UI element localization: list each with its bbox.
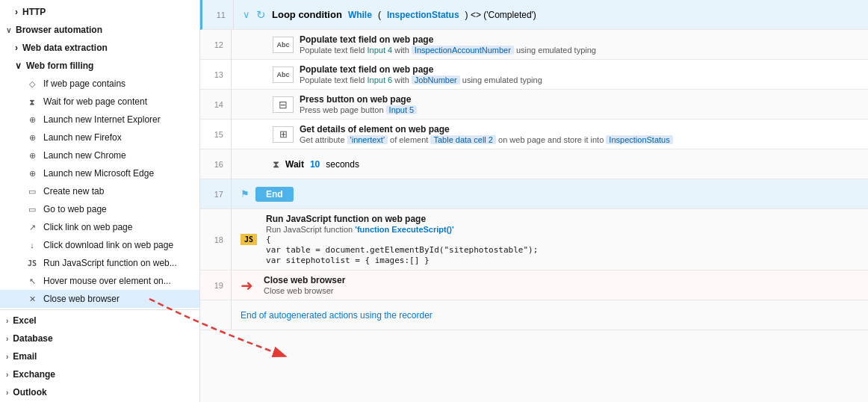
- action-icon-12: Abc: [273, 37, 294, 53]
- end-flag-icon: ⚑: [241, 188, 249, 200]
- sidebar-item-database[interactable]: › Database: [0, 330, 199, 347]
- loop-label: Loop condition: [272, 9, 342, 20]
- line-content-19-close: ➜ Close web browser Close web browser: [232, 270, 868, 300]
- red-arrow-icon: ➜: [241, 276, 253, 294]
- js-func-name: 'function ExecuteScript()': [355, 225, 453, 234]
- sidebar-item-http[interactable]: › HTTP: [0, 3, 199, 21]
- action-title-12: Populate text field on web page: [300, 34, 596, 45]
- sidebar-label-http: HTTP: [22, 7, 46, 17]
- action-title-18: Run JavaScript function on web page: [266, 214, 538, 224]
- sidebar-item-browser-automation[interactable]: ∨ Browser automation: [0, 21, 199, 39]
- action-desc-15: Get attribute 'innertext' of element Tab…: [300, 135, 673, 144]
- js-code-1: {: [266, 235, 538, 244]
- sidebar-label-email: Email: [13, 351, 37, 362]
- sidebar-item-launch-firefox[interactable]: ⊕ Launch new Firefox: [0, 129, 199, 146]
- chip-jobnumber: JobNumber: [412, 75, 460, 84]
- action-desc-12: Populate text field Input 4 with Inspect…: [300, 46, 596, 55]
- sidebar-label-database: Database: [13, 333, 52, 344]
- sidebar-item-launch-edge[interactable]: ⊕ Launch new Microsoft Edge: [0, 164, 199, 182]
- flow-line-18: 18 JS Run JavaScript function on web pag…: [200, 209, 868, 270]
- if-icon: ◇: [27, 79, 37, 89]
- sidebar-item-click-download[interactable]: ↓ Click download link on web page: [0, 236, 199, 254]
- sidebar-label-exchange: Exchange: [13, 369, 55, 380]
- chip-inspection-status: InspectionStatus: [606, 135, 672, 144]
- download-icon: ↓: [27, 241, 37, 250]
- click-link-icon: ↗: [27, 223, 37, 232]
- wait-hourglass-icon: ⧗: [273, 158, 279, 170]
- line-num-17: 17: [200, 179, 232, 208]
- end-badge: End: [255, 187, 294, 202]
- line-num-15: 15: [200, 120, 232, 149]
- sidebar-label-launch-ie: Launch new Internet Explorer: [43, 114, 161, 125]
- collapse-arrow-web-data: ›: [15, 43, 18, 53]
- sidebar-item-launch-chrome[interactable]: ⊕ Launch new Chrome: [0, 146, 199, 164]
- chip-input5: Input 5: [386, 105, 418, 114]
- action-title-13: Populate text field on web page: [300, 64, 542, 75]
- chip-inspection-account: InspectionAccountNumber: [412, 46, 514, 55]
- collapse-arrow-exchange: ›: [6, 371, 8, 379]
- sidebar-item-hover-mouse[interactable]: ↖ Hover mouse over element on...: [0, 272, 199, 290]
- loop-collapse-arrow[interactable]: ∨: [243, 9, 250, 20]
- action-icon-14: ⊟: [273, 96, 294, 113]
- sidebar-item-exchange[interactable]: › Exchange: [0, 365, 199, 383]
- sidebar-item-create-tab[interactable]: ▭ Create new tab: [0, 182, 199, 200]
- action-block-15: Get details of element on web page Get a…: [300, 124, 673, 144]
- flow-line-14: 14 ⊟ Press button on web page Press web …: [200, 90, 868, 120]
- line-num-16: 16: [200, 149, 232, 179]
- sidebar-item-click-link[interactable]: ↗ Click link on web page: [0, 218, 199, 236]
- chip-innertext: 'innertext': [347, 135, 388, 144]
- sidebar-item-outlook[interactable]: › Outlook: [0, 383, 199, 401]
- flow-line-13: 13 Abc Populate text field on web page P…: [200, 60, 868, 90]
- flow-line-19-close: 19 ➜ Close web browser Close web browser: [200, 270, 868, 300]
- flow-line-11: 11 ∨ ↻ Loop condition While ( Inspection…: [200, 0, 868, 30]
- sidebar-item-email[interactable]: › Email: [0, 347, 199, 365]
- action-block-13: Populate text field on web page Populate…: [300, 64, 542, 84]
- sidebar-label-launch-edge: Launch new Microsoft Edge: [43, 168, 154, 179]
- chip-table-cell: Table data cell 2: [430, 135, 496, 144]
- action-title-19-close: Close web browser: [264, 275, 345, 285]
- sidebar-item-close-browser[interactable]: ✕ Close web browser: [0, 290, 199, 308]
- sidebar-label-go-to-web-page: Go to web page: [43, 204, 107, 214]
- sidebar-item-run-js[interactable]: JS Run JavaScript function on web...: [0, 254, 199, 272]
- wait-icon: ⧗: [27, 97, 37, 107]
- action-desc-14: Press web page button Input 5: [300, 105, 417, 114]
- js-code-2: var table = document.getElementById("sit…: [266, 245, 538, 255]
- js-badge: JS: [241, 234, 257, 245]
- wait-seconds: 10: [310, 159, 320, 170]
- sidebar-label-wait-web-page: Wait for web page content: [43, 96, 147, 107]
- collapse-arrow-browser: ∨: [6, 26, 11, 34]
- collapse-arrow-http: ›: [15, 7, 18, 17]
- sidebar-item-if-web-page[interactable]: ◇ If web page contains: [0, 75, 199, 93]
- sidebar-item-launch-ie[interactable]: ⊕ Launch new Internet Explorer: [0, 111, 199, 129]
- loop-while-kw: While: [348, 10, 372, 20]
- sidebar-item-excel[interactable]: › Excel: [0, 312, 199, 330]
- loop-operator: ) <> ('Completed'): [465, 10, 536, 20]
- line-content-19-note: End of autogenerated actions using the r…: [232, 300, 868, 330]
- edge-icon: ⊕: [27, 169, 37, 179]
- sidebar-item-web-data-extraction[interactable]: › Web data extraction: [0, 39, 199, 57]
- line-content-12: Abc Populate text field on web page Popu…: [232, 30, 868, 59]
- sidebar-item-go-to-web-page[interactable]: ▭ Go to web page: [0, 200, 199, 218]
- sidebar-label-hover-mouse: Hover mouse over element on...: [43, 276, 171, 286]
- action-icon-15: ⊞: [273, 126, 294, 143]
- line-num-11: 11: [202, 0, 234, 29]
- sidebar-item-wait-web-page[interactable]: ⧗ Wait for web page content: [0, 93, 199, 111]
- tab-icon: ▭: [27, 187, 37, 197]
- action-title-15: Get details of element on web page: [300, 124, 673, 134]
- line-content-13: Abc Populate text field on web page Popu…: [232, 60, 868, 89]
- line-content-18: JS Run JavaScript function on web page R…: [232, 209, 868, 270]
- flow-line-15: 15 ⊞ Get details of element on web page …: [200, 120, 868, 149]
- wait-unit: seconds: [326, 159, 359, 170]
- sidebar-item-web-form-filling[interactable]: ∨ Web form filling: [0, 57, 199, 75]
- flow-line-17: 17 ⚑ End: [200, 179, 868, 209]
- action-block-14: Press button on web page Press web page …: [300, 94, 417, 114]
- loop-open-paren: (: [378, 10, 381, 20]
- flow-line-16: 16 ⧗ Wait 10 seconds: [200, 149, 868, 179]
- loop-var: InspectionStatus: [387, 10, 459, 20]
- sidebar-label-click-download: Click download link on web page: [43, 240, 173, 250]
- sidebar-label-if-web-page: If web page contains: [43, 78, 125, 89]
- action-block-12: Populate text field on web page Populate…: [300, 34, 596, 55]
- flow-line-12: 12 Abc Populate text field on web page P…: [200, 30, 868, 60]
- close-browser-icon: ✕: [27, 294, 37, 304]
- sidebar-label-web-form-filling: Web form filling: [26, 61, 93, 71]
